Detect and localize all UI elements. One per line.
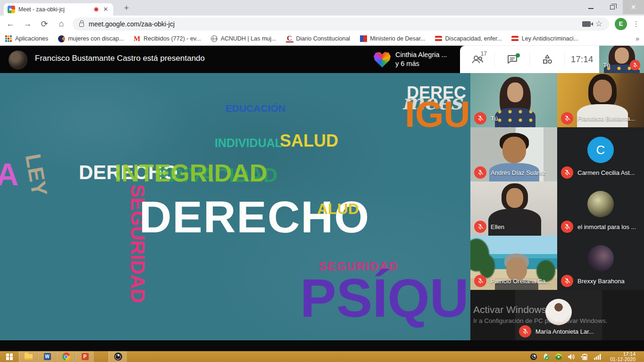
mic-muted-icon [474, 221, 486, 233]
meet-favicon-icon [8, 6, 15, 13]
taskbar-powerpoint[interactable]: P [75, 351, 94, 362]
wordcloud-word: IGU [405, 96, 470, 132]
presentation-stage: EDUCACIÓNINDIVIDUALSALUDLEYADERECHOPRIVA… [0, 73, 470, 340]
participant-name: María Antonieta Lar... [535, 328, 594, 335]
wordcloud-word: INDIVIDUAL [215, 137, 282, 149]
participants-button[interactable]: 17 [460, 51, 495, 67]
participant-name: el inmortal para los ... [577, 223, 636, 230]
bookmark-item[interactable]: Ministerio de Desar... [360, 35, 425, 42]
usb-safely-remove-icon[interactable] [542, 353, 550, 361]
participant-tile-carmen[interactable]: C Carmen Cecilia Ast... [557, 127, 644, 181]
participant-tile-ellen[interactable]: Ellen [470, 181, 557, 236]
address-bar: ← → ⟳ ⌂ meet.google.com/zaa-obki-jcj ☆ E… [0, 16, 644, 32]
profile-avatar[interactable]: E [615, 18, 627, 30]
bookmarks-overflow-icon[interactable]: » [636, 35, 639, 42]
tab-title: Meet - zaa-obki-jcj [18, 6, 91, 13]
participant-tile-tu[interactable]: Tú [470, 73, 557, 127]
globe-icon [211, 35, 217, 42]
taskbar-word[interactable]: W [38, 351, 57, 362]
chrome-menu-icon[interactable]: ⋮ [633, 20, 639, 28]
start-button[interactable] [0, 351, 19, 362]
home-icon[interactable]: ⌂ [56, 19, 67, 29]
chat-button[interactable] [495, 51, 530, 67]
participant-tile-inmortal[interactable]: el inmortal para los ... [557, 181, 644, 236]
taskbar-chrome[interactable] [57, 351, 75, 362]
activities-button[interactable] [530, 51, 565, 67]
back-icon[interactable]: ← [5, 19, 16, 29]
window-minimize-button[interactable] [580, 0, 602, 14]
participant-photo-avatar [587, 191, 614, 217]
participant-tile-francisco[interactable]: Francisco Bustama... [557, 73, 644, 127]
participant-name: Ellen [491, 223, 504, 230]
camera-in-use-icon[interactable] [582, 21, 591, 27]
file-explorer-icon [25, 354, 33, 360]
mic-muted-icon [474, 166, 486, 179]
wordcloud-word: PSÍQU [300, 271, 469, 325]
taskbar-file-explorer[interactable] [19, 351, 38, 362]
url-text[interactable]: meet.google.com/zaa-obki-jcj [89, 20, 577, 28]
other-participants-summary[interactable]: Cinthia Alegria ... y 6 más [374, 49, 459, 70]
participant-name: Tú [603, 62, 610, 69]
taskbar-clock[interactable]: 17:14 01-12-2020 [606, 352, 639, 362]
presenter-avatar [8, 50, 27, 69]
powerpoint-icon: P [82, 353, 89, 360]
word-icon: W [44, 353, 51, 360]
participant-tile-andres[interactable]: Andrés Díaz Suárez [470, 127, 557, 181]
site-circle-icon [58, 35, 65, 42]
volume-icon[interactable] [568, 354, 575, 360]
wordcloud-word: INTEGRIDAD [115, 161, 268, 185]
mic-muted-icon [561, 112, 573, 124]
participant-initial-avatar: C [587, 137, 614, 163]
sidebar-bottom-row: Activar Windows Ir a Configuración de PC… [470, 290, 644, 340]
participant-photo-avatar [545, 299, 572, 325]
antivirus-icon[interactable] [555, 353, 562, 361]
bookmark-item[interactable]: C Diario Constitucional [286, 35, 351, 42]
mic-muted-icon [474, 112, 486, 124]
bookmark-item[interactable]: Discapacidad, enfer... [435, 35, 502, 42]
obs-tray-icon[interactable] [530, 354, 537, 360]
participant-name: Andrés Díaz Suárez [491, 169, 545, 176]
tab-strip: Meet - zaa-obki-jcj ✕ + ✕ [0, 0, 644, 16]
bookmark-star-icon[interactable]: ☆ [595, 19, 602, 29]
new-tab-button[interactable]: + [120, 2, 133, 15]
gmail-icon: M [133, 35, 141, 42]
participant-tile-patricio[interactable]: Patricio Orellana Ca... [470, 236, 557, 290]
wordcloud-word: SALUD [280, 132, 338, 149]
reload-icon[interactable]: ⟳ [39, 19, 50, 29]
participant-name: Carmen Cecilia Ast... [577, 169, 635, 176]
chrome-icon [62, 353, 70, 361]
battery-icon[interactable] [580, 354, 588, 360]
participant-photo-avatar [587, 245, 614, 272]
mic-muted-icon [630, 60, 640, 70]
participants-count: 17 [481, 50, 487, 57]
bookmark-item[interactable]: mujeres con discap... [58, 35, 124, 42]
wordcloud-word: ALUD [317, 201, 359, 216]
window-close-button[interactable]: ✕ [623, 0, 644, 14]
tab-recording-indicator-icon [94, 7, 99, 12]
mic-muted-icon [474, 275, 486, 287]
url-field[interactable]: meet.google.com/zaa-obki-jcj ☆ [73, 17, 609, 31]
meet-controls: 17 17:14 [460, 46, 599, 73]
red-bars-icon [435, 36, 442, 41]
participant-tile-brexxy[interactable]: Brexxy Barahona [557, 236, 644, 290]
browser-tab[interactable]: Meet - zaa-obki-jcj ✕ [4, 3, 113, 16]
letter-c-icon: C [286, 35, 293, 42]
bookmark-item[interactable]: ACNUDH | Las muj... [210, 35, 276, 42]
forward-icon[interactable]: → [22, 19, 33, 29]
network-signal-icon[interactable] [594, 354, 601, 360]
bookmark-apps[interactable]: Aplicaciones [5, 35, 48, 42]
bookmarks-bar: Aplicaciones mujeres con discap... M Rec… [0, 32, 644, 46]
participant-tile-maria[interactable]: María Antonieta Lar... [515, 290, 602, 340]
corner-self-tile[interactable]: Tú [599, 46, 644, 73]
bookmark-item[interactable]: Ley Antidiscriminaci... [511, 35, 578, 42]
participant-name: Tú [491, 115, 498, 122]
window-restore-button[interactable] [602, 0, 623, 14]
lock-icon[interactable] [79, 23, 84, 27]
tab-close-icon[interactable]: ✕ [102, 6, 109, 13]
participant-name: Patricio Orellana Ca... [491, 278, 551, 285]
red-bars-icon [511, 36, 519, 41]
meeting-clock: 17:14 [565, 51, 599, 67]
apps-grid-icon [5, 35, 12, 42]
bookmark-item[interactable]: M Recibidos (772) - ev... [133, 35, 201, 42]
taskbar-obs[interactable] [109, 351, 127, 362]
